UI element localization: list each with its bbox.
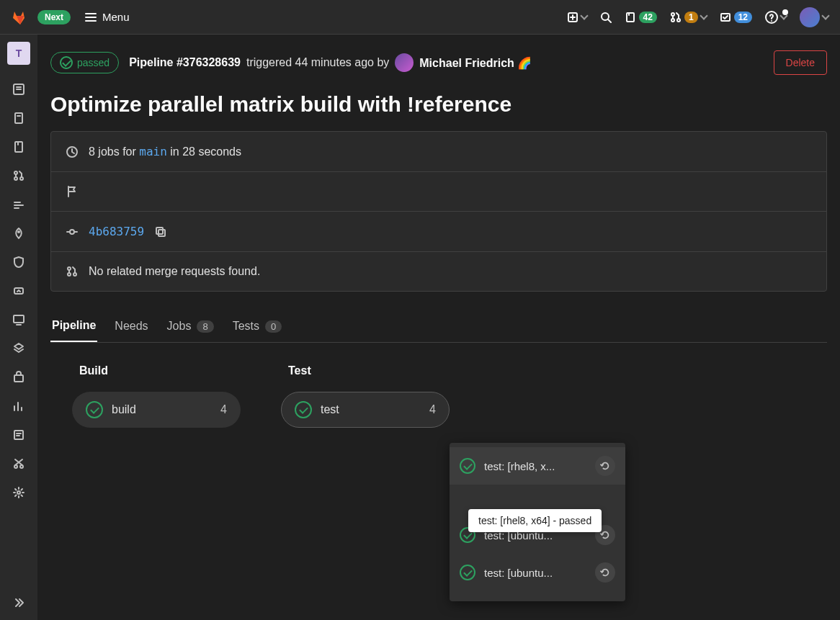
sidebar-project-icon[interactable]: [6, 76, 32, 102]
dropdown-label: test: [rhel8, x...: [484, 460, 586, 472]
svg-point-14: [18, 231, 19, 233]
chevron-down-icon: [779, 12, 787, 19]
info-card: 8 jobs for main in 28 seconds 4b683759 N…: [50, 131, 827, 292]
todo-count: 12: [734, 12, 752, 23]
tabs: Pipeline Needs Jobs8 Tests0: [50, 310, 827, 343]
status-badge[interactable]: passed: [50, 52, 119, 73]
job-count: 4: [429, 403, 436, 416]
next-badge[interactable]: Next: [37, 10, 71, 24]
search-button[interactable]: [600, 12, 612, 23]
issues-link[interactable]: 42: [625, 12, 657, 23]
job-test[interactable]: test 4: [281, 392, 450, 428]
flag-icon: [66, 185, 79, 198]
commit-icon: [66, 225, 79, 238]
sidebar-repo-icon[interactable]: [6, 105, 32, 131]
mr-count: 1: [684, 12, 698, 23]
tab-jobs[interactable]: Jobs8: [166, 310, 215, 342]
sidebar-ci-icon[interactable]: [6, 192, 32, 217]
tooltip: test: [rhel8, x64] - passed: [468, 509, 602, 532]
user-avatar[interactable]: [395, 53, 414, 72]
sidebar-packages-icon[interactable]: [6, 364, 32, 390]
menu-label: Menu: [102, 11, 130, 23]
dropdown-label: test: [ubuntu...: [484, 567, 586, 579]
jobs-prefix: 8 jobs for: [89, 145, 139, 158]
sidebar-rocket-icon[interactable]: [6, 220, 32, 246]
sidebar-deploy-icon[interactable]: [6, 278, 32, 304]
sidebar: T: [0, 35, 37, 620]
dropdown-item[interactable]: test: [rhel8, x...: [450, 447, 625, 485]
mr-text: No related merge requests found.: [89, 265, 260, 278]
sidebar-mr-icon[interactable]: [6, 163, 32, 189]
retry-button[interactable]: [595, 562, 615, 583]
merge-icon: [66, 265, 79, 278]
svg-rect-16: [14, 315, 24, 323]
topbar-right: 42 1 12: [567, 7, 828, 27]
svg-rect-25: [156, 228, 163, 234]
sidebar-analytics-icon[interactable]: [6, 393, 32, 419]
project-avatar[interactable]: T: [7, 42, 30, 65]
mr-row: No related merge requests found.: [51, 252, 826, 291]
issues-count: 42: [639, 12, 657, 23]
delete-button[interactable]: Delete: [774, 50, 827, 75]
user-name[interactable]: Michael Friedrich 🌈: [419, 56, 532, 70]
merge-requests-link[interactable]: 1: [670, 12, 707, 23]
triggered-text: triggered 44 minutes ago by: [246, 56, 389, 69]
user-menu[interactable]: [800, 7, 828, 27]
topbar: Next Menu 42 1 12: [0, 0, 840, 35]
svg-rect-9: [15, 113, 22, 123]
svg-rect-2: [627, 13, 634, 22]
pipeline-graph: Build build 4 Test test 4: [50, 364, 827, 428]
check-icon: [295, 401, 312, 418]
job-count: 4: [220, 403, 227, 416]
job-name: build: [112, 403, 212, 416]
clock-icon: [66, 145, 79, 158]
pipeline-id[interactable]: Pipeline #376328639: [129, 56, 241, 69]
page-title: Optimize parallel matrix build with !ref…: [50, 92, 827, 117]
check-icon: [460, 565, 475, 580]
sidebar-issues-icon[interactable]: [6, 134, 32, 160]
create-dropdown[interactable]: [567, 12, 587, 23]
main-content: passed Pipeline #376328639 triggered 44 …: [37, 35, 840, 620]
check-icon: [60, 56, 73, 69]
status-text: passed: [77, 57, 110, 68]
sidebar-monitor-icon[interactable]: [6, 307, 32, 333]
menu-button[interactable]: Menu: [85, 11, 130, 23]
copy-icon[interactable]: [154, 225, 167, 238]
branch-link[interactable]: main: [139, 145, 167, 158]
pipeline-meta: Pipeline #376328639 triggered 44 minutes…: [129, 53, 532, 72]
job-build[interactable]: build 4: [72, 392, 241, 428]
tab-tests[interactable]: Tests0: [231, 310, 284, 342]
jobs-summary: 8 jobs for main in 28 seconds: [51, 132, 826, 172]
svg-point-21: [17, 491, 20, 494]
check-icon: [86, 401, 103, 418]
dropdown-item[interactable]: test: [ubuntu...: [450, 554, 625, 591]
stage-name: Build: [72, 364, 241, 377]
chevron-down-icon: [580, 12, 588, 19]
check-icon: [460, 458, 475, 474]
jobs-suffix: in 28 seconds: [167, 145, 241, 158]
avatar: [800, 7, 820, 27]
pipeline-header: passed Pipeline #376328639 triggered 44 …: [50, 50, 827, 75]
flag-row: [51, 172, 826, 212]
sidebar-expand-icon[interactable]: [6, 594, 32, 620]
commit-row: 4b683759: [51, 212, 826, 252]
chevron-down-icon: [700, 12, 707, 19]
job-name: test: [321, 403, 421, 416]
sidebar-settings-icon[interactable]: [6, 480, 32, 506]
hamburger-icon: [85, 13, 97, 22]
sidebar-security-icon[interactable]: [6, 249, 32, 275]
todos-link[interactable]: 12: [720, 12, 752, 23]
gitlab-logo-icon[interactable]: [12, 9, 29, 26]
help-dropdown[interactable]: [765, 11, 787, 24]
sidebar-snippets-icon[interactable]: [6, 451, 32, 477]
retry-button[interactable]: [595, 456, 615, 476]
svg-rect-24: [158, 230, 165, 236]
commit-sha[interactable]: 4b683759: [89, 225, 144, 238]
sidebar-wiki-icon[interactable]: [6, 422, 32, 448]
tab-needs[interactable]: Needs: [113, 310, 149, 342]
tab-pipeline[interactable]: Pipeline: [50, 310, 97, 342]
stage-name: Test: [281, 364, 450, 377]
stage-build: Build build 4: [72, 364, 241, 428]
sidebar-infra-icon[interactable]: [6, 336, 32, 361]
svg-rect-17: [14, 375, 23, 382]
